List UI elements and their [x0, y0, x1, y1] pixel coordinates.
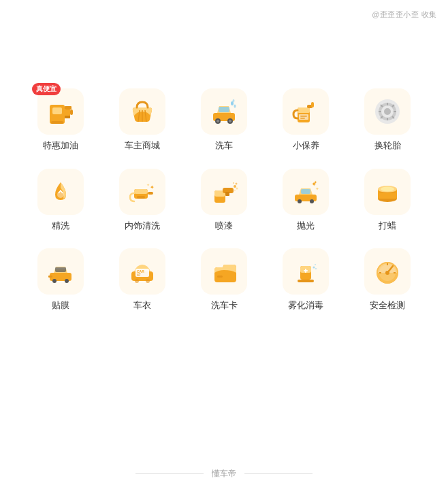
label-fuel: 特惠加油	[43, 140, 78, 151]
item-maintenance[interactable]: 小保养	[265, 82, 347, 155]
svg-point-16	[231, 101, 234, 105]
label-spray: 喷漆	[215, 220, 233, 231]
item-fuel[interactable]: 真便宜 特惠加油	[20, 82, 101, 155]
svg-rect-6	[65, 116, 70, 118]
label-tire: 换轮胎	[374, 140, 401, 151]
item-carwash[interactable]: 洗车	[183, 82, 265, 155]
icon-wrap-carwash	[201, 88, 247, 135]
svg-text:✦: ✦	[315, 186, 319, 191]
item-safety[interactable]: 安全检测	[347, 241, 428, 315]
svg-point-17	[234, 105, 236, 108]
svg-point-70	[52, 279, 57, 283]
label-deepclean: 精洗	[52, 220, 69, 231]
svg-point-53	[234, 190, 236, 191]
item-deepclean[interactable]: 精洗	[20, 162, 101, 235]
icon-wrap-wax	[364, 169, 411, 215]
maintenance-icon	[291, 97, 321, 127]
item-wax[interactable]: 打蜡	[347, 162, 428, 235]
label-carwash: 洗车	[215, 140, 233, 151]
svg-point-38	[57, 191, 64, 198]
main-content: 真便宜 特惠加油	[0, 0, 448, 315]
badge-fuel: 真便宜	[32, 83, 61, 95]
svg-point-85	[313, 267, 315, 269]
label-maintenance: 小保养	[293, 140, 319, 151]
svg-rect-79	[217, 276, 223, 278]
svg-point-65	[381, 186, 394, 191]
svg-rect-22	[300, 116, 307, 117]
svg-point-29	[384, 108, 391, 115]
icon-wrap-disinfect	[283, 248, 329, 295]
icon-wrap-washcard	[201, 248, 247, 295]
footer-text: 懂车帝	[204, 468, 244, 480]
svg-rect-1	[52, 107, 62, 114]
svg-point-18	[233, 99, 235, 102]
interior-icon: ✦ ✦	[127, 177, 157, 207]
svg-rect-21	[299, 114, 308, 120]
footer-line-right	[244, 473, 313, 474]
footer-line-left	[135, 473, 204, 474]
item-film[interactable]: 贴膜	[20, 241, 101, 315]
svg-rect-84	[298, 280, 314, 282]
item-polish[interactable]: ✦ ✦ ✦ 抛光	[265, 162, 347, 235]
item-carcover[interactable]: CAR 47 车衣	[101, 241, 183, 315]
film-icon	[46, 256, 76, 286]
icon-wrap-carcover: CAR 47	[119, 248, 165, 295]
svg-rect-66	[379, 192, 396, 193]
grid-row-3: 贴膜 CAR 47	[20, 241, 428, 315]
svg-rect-72	[48, 276, 52, 278]
polish-icon: ✦ ✦ ✦	[291, 177, 321, 207]
svg-point-50	[236, 182, 238, 184]
shop-icon	[127, 97, 157, 127]
label-safety: 安全检测	[370, 300, 405, 311]
item-interior[interactable]: ✦ ✦ 内饰清洗	[101, 162, 183, 235]
label-carcover: 车衣	[133, 300, 151, 311]
item-disinfect[interactable]: 雾化消毒	[265, 241, 347, 315]
svg-rect-11	[219, 107, 229, 112]
safety-icon	[372, 256, 402, 286]
icon-wrap-interior: ✦ ✦	[119, 169, 165, 215]
tire-icon	[372, 97, 402, 127]
label-wax: 打蜡	[379, 220, 396, 231]
grid-row-2: 精洗 ✦ ✦	[20, 162, 428, 235]
svg-rect-2	[51, 121, 63, 124]
svg-point-49	[234, 185, 236, 188]
svg-text:47: 47	[137, 273, 141, 277]
icon-wrap-safety	[364, 248, 411, 295]
svg-rect-83	[305, 269, 306, 273]
label-film: 贴膜	[52, 300, 69, 311]
washcard-icon	[209, 256, 239, 286]
svg-point-15	[229, 120, 231, 122]
fuel-icon	[46, 97, 76, 127]
label-polish: 抛光	[297, 220, 315, 231]
carwash-icon	[209, 97, 239, 127]
svg-point-87	[315, 268, 317, 269]
svg-rect-42	[148, 192, 153, 195]
svg-point-95	[385, 271, 389, 275]
disinfect-icon	[291, 256, 321, 286]
item-tire[interactable]: 换轮胎	[347, 82, 428, 155]
icon-wrap-polish: ✦ ✦ ✦	[283, 169, 329, 215]
svg-rect-23	[300, 118, 305, 119]
icon-wrap-deepclean	[37, 169, 84, 215]
watermark-text: @歪歪歪小歪 收集	[372, 10, 437, 20]
svg-rect-69	[55, 267, 66, 269]
label-disinfect: 雾化消毒	[288, 300, 323, 311]
svg-point-57	[310, 199, 314, 203]
svg-rect-25	[311, 102, 314, 107]
grid-row-1: 真便宜 特惠加油	[20, 82, 428, 155]
svg-rect-4	[65, 106, 71, 110]
item-spray[interactable]: 喷漆	[183, 162, 265, 235]
footer: 懂车帝	[0, 468, 448, 480]
svg-rect-20	[298, 107, 310, 113]
icon-wrap-shop	[119, 88, 165, 135]
wax-icon	[372, 177, 402, 207]
svg-point-14	[217, 120, 219, 122]
svg-point-78	[146, 279, 150, 283]
svg-rect-40	[134, 189, 148, 194]
svg-rect-55	[301, 189, 310, 194]
icon-wrap-tire	[364, 88, 411, 135]
svg-rect-41	[137, 196, 145, 199]
svg-point-56	[298, 199, 302, 203]
item-washcard[interactable]: 洗车卡	[183, 241, 265, 315]
item-shop[interactable]: 车主商城	[101, 82, 183, 155]
